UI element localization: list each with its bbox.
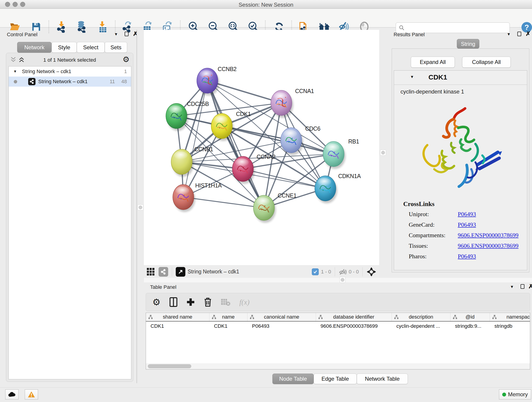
network-row[interactable]: String Network – cdk1 11 48 (9, 77, 131, 87)
crosslink-link[interactable]: 9606.ENSP00000378699 (458, 232, 519, 239)
current-network-title: String Network – cdk1 (188, 269, 239, 275)
network-edge[interactable] (183, 81, 207, 197)
column-label: database identifier (316, 314, 392, 320)
table-header-row: shared namenamecanonical namedatabase id… (146, 313, 530, 322)
network-view-icon[interactable] (158, 267, 168, 277)
network-status-dot (14, 80, 17, 83)
network-node-ccnb2[interactable] (197, 68, 219, 96)
column-header-name[interactable]: name (209, 313, 247, 321)
table-panel-close-icon[interactable]: ✗ (528, 283, 532, 290)
collection-expand-icon[interactable]: ▼ (13, 70, 17, 74)
table-tabs: Node TableEdge TableNetwork Table (272, 374, 408, 385)
network-edge[interactable] (207, 81, 264, 208)
node-label-cdkn1a: CDKN1A (338, 173, 361, 179)
memory-label: Memory (508, 391, 528, 398)
tab-select[interactable]: Select (77, 42, 105, 53)
table-row[interactable]: CDK1CDK1P064939606.ENSP00000378699cyclin… (146, 322, 530, 331)
column-header-canonicalname[interactable]: canonical name (247, 313, 316, 321)
fit-content-crosshair-icon[interactable] (366, 267, 376, 277)
column-header-sharedname[interactable]: shared name (146, 313, 209, 321)
crosslink-link[interactable]: P06493 (458, 211, 476, 218)
left-splitter[interactable] (137, 30, 144, 383)
network-edge[interactable] (183, 197, 264, 208)
column-label: shared name (146, 314, 209, 320)
collapse-all-button[interactable]: Collapse All (462, 57, 511, 68)
results-panel-menu-icon[interactable]: ▼ (507, 32, 511, 37)
results-panel-float-icon[interactable] (517, 32, 521, 36)
memory-status-dot (502, 393, 506, 396)
horizontal-splitter[interactable] (144, 278, 532, 282)
tab-network[interactable]: Network (17, 42, 51, 53)
tab-network-table[interactable]: Network Table (357, 374, 408, 384)
table-cell: 9606.ENSP00000378699 (316, 323, 392, 329)
network-canvas[interactable]: CCNB2CCNA1CDC25BCDK1CDC6RB1CCNB1CCNA2CDK… (144, 30, 379, 265)
horizontal-splitter-handle[interactable] (340, 277, 346, 283)
node-table: shared namenamecanonical namedatabase id… (146, 313, 530, 370)
birdseye-view-icon[interactable] (176, 267, 185, 277)
tab-string[interactable]: String (457, 39, 479, 49)
netbar-separator (362, 267, 363, 276)
column-type-icon (250, 315, 254, 319)
tab-style[interactable]: Style (51, 42, 77, 53)
tab-edge-table[interactable]: Edge Table (314, 374, 357, 384)
tab-node-table[interactable]: Node Table (272, 374, 314, 384)
crosslink-link[interactable]: 9606.ENSP00000378699 (458, 242, 519, 249)
network-node-ccna2[interactable] (232, 156, 255, 184)
node-label-ccne1: CCNE1 (278, 192, 297, 199)
table-cell: cyclin-dependent ... (392, 323, 450, 329)
warning-icon (28, 391, 35, 398)
left-splitter-handle[interactable] (138, 204, 143, 211)
column-type-icon (148, 315, 153, 319)
grid-view-icon[interactable] (147, 268, 155, 276)
network-type-icon (28, 78, 36, 85)
warning-status-button[interactable] (25, 389, 38, 400)
crosslink-link[interactable]: P06493 (458, 221, 476, 228)
network-node-rb1[interactable] (323, 141, 346, 169)
network-node-hist1h1a[interactable] (173, 185, 195, 212)
add-column-icon[interactable] (186, 298, 195, 306)
node-label-cdk1: CDK1 (236, 111, 251, 117)
network-panel-container: 1 of 1 Network selected ⚙ ▼ String Netwo… (6, 53, 133, 382)
network-options-gear-icon[interactable]: ⚙ (123, 55, 129, 64)
table-hscrollbar[interactable] (146, 363, 530, 369)
table-panel-float-icon[interactable] (520, 284, 525, 289)
cloud-status-button[interactable] (5, 389, 19, 400)
column-header-id[interactable]: @id (450, 313, 490, 321)
column-header-databaseidentifier[interactable]: database identifier (316, 313, 392, 321)
network-node-ccne1[interactable] (253, 195, 276, 223)
gene-card-header[interactable]: ▼ CDK1 (394, 70, 527, 85)
show-columns-icon[interactable] (169, 297, 177, 307)
tab-sets[interactable]: Sets (105, 42, 127, 53)
node-label-ccna1: CCNA1 (295, 88, 314, 94)
selected-checkbox[interactable] (312, 268, 319, 275)
node-label-rb1: RB1 (348, 138, 359, 145)
network-node-cdkn1a[interactable] (315, 176, 337, 203)
network-node-cdc25b[interactable] (166, 103, 188, 131)
column-header-description[interactable]: description (392, 313, 450, 321)
table-panel-menu-icon[interactable]: ▼ (510, 285, 514, 289)
network-collection-row[interactable]: ▼ String Network – cdk1 1 (9, 66, 131, 77)
column-header-namespace[interactable]: namespace (490, 313, 530, 321)
control-panel-float-icon[interactable] (125, 32, 128, 36)
table-cell: stringdb (490, 323, 530, 329)
gene-collapse-icon[interactable]: ▼ (410, 75, 414, 79)
table-toolbar: ⚙ f(x) (146, 293, 530, 311)
control-panel-menu-icon[interactable]: ▼ (114, 32, 118, 37)
right-splitter-handle[interactable] (380, 150, 386, 156)
results-panel-close-icon[interactable]: ✗ (526, 30, 531, 37)
memory-button[interactable]: Memory (499, 389, 531, 400)
table-hscrollbar-thumb[interactable] (148, 364, 191, 368)
expand-all-button[interactable]: Expand All (411, 57, 455, 68)
column-type-icon (394, 315, 399, 319)
selected-counts: 1 - 0 (321, 269, 331, 275)
crosslink-link[interactable]: P06493 (458, 253, 476, 260)
network-edge[interactable] (243, 169, 325, 188)
network-node-ccna1[interactable] (271, 90, 293, 118)
table-options-gear-icon[interactable]: ⚙ (152, 297, 161, 307)
network-canvas-container: CCNB2CCNA1CDC25BCDK1CDC6RB1CCNB1CCNA2CDK… (144, 30, 379, 265)
network-list: ▼ String Network – cdk1 1 String Network… (8, 66, 131, 379)
network-node-cdk1[interactable] (211, 114, 234, 141)
delete-column-trash-icon[interactable] (204, 297, 212, 307)
node-label-cdc6: CDC6 (305, 125, 320, 132)
window-title: Session: New Session (0, 2, 532, 8)
